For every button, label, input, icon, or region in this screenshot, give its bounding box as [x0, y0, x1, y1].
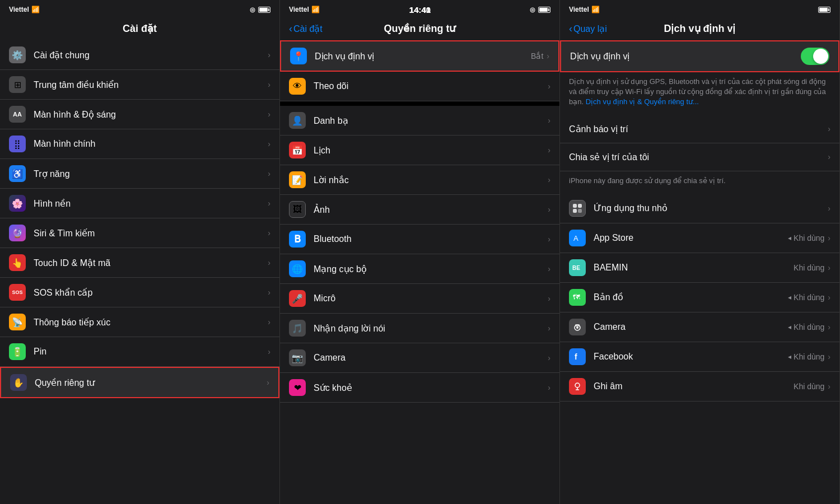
item-label: Mạng cục bộ: [314, 264, 548, 274]
privacy-item-camera[interactable]: 📷 Camera ›: [280, 343, 559, 373]
recorder-icon: [569, 378, 586, 395]
app-value: Khi dùng: [794, 234, 824, 242]
sidebar-item-cai-dat-chung[interactable]: ⚙️ Cài đặt chung ›: [0, 40, 279, 70]
battery-icon: 🔋: [9, 343, 26, 360]
time-3: 14:41: [409, 5, 431, 15]
item-label: Cài đặt chung: [34, 50, 268, 60]
location-toggle-row[interactable]: Dịch vụ định vị: [560, 40, 839, 72]
appstore-icon: A: [569, 230, 586, 246]
nav-header-2: ‹ Cài đặt Quyền riêng tư: [280, 18, 559, 40]
canh-bao-label: Cảnh báo vị trí: [569, 124, 828, 134]
sidebar-item-man-hinh-chinh[interactable]: ⣿ Màn hình chính ›: [0, 129, 279, 159]
app-camera[interactable]: Camera ◂ Khi dùng ›: [560, 312, 839, 342]
status-right-1: ◎: [250, 6, 270, 13]
status-left-3: Viettel 📶: [569, 6, 600, 13]
svg-rect-3: [578, 209, 582, 213]
location-icon-1: ◎: [250, 6, 255, 13]
status-bar-3: Viettel 📶 14:41: [560, 0, 839, 18]
nav-header-3: ‹ Quay lại Dịch vụ định vị: [560, 18, 839, 40]
item-label: Theo dõi: [314, 81, 548, 91]
location-toggle-switch[interactable]: [801, 48, 829, 65]
local-network-icon: 🌐: [289, 260, 306, 277]
sidebar-item-siri[interactable]: 🔮 Siri & Tìm kiếm ›: [0, 218, 279, 248]
sidebar-item-tro-nang[interactable]: ♿ Trợ năng ›: [0, 159, 279, 189]
app-facebook[interactable]: f Facebook ◂ Khi dùng ›: [560, 342, 839, 372]
privacy-item-bluetooth[interactable]: 𝖡 Bluetooth ›: [280, 225, 559, 254]
item-label: BAEMIN: [594, 263, 794, 273]
app-baemin[interactable]: BE BAEMIN Khi dùng ›: [560, 253, 839, 283]
item-label: Touch ID & Mật mã: [34, 258, 268, 268]
carrier-2: Viettel: [289, 6, 309, 13]
homescreen-icon: ⣿: [9, 136, 26, 152]
info-link[interactable]: Dịch vụ định vị & Quyền riêng tư...: [586, 97, 699, 106]
item-label: Màn hình & Độ sáng: [34, 109, 268, 120]
app-value: Khi dùng: [794, 323, 824, 332]
item-label: Ứng dụng thu nhỏ: [594, 203, 828, 213]
svg-text:A: A: [573, 234, 578, 242]
carrier-3: Viettel: [569, 6, 589, 13]
status-right-3: [818, 7, 830, 13]
accessibility-icon: ♿: [9, 165, 26, 182]
app-value: Khi dùng: [794, 382, 824, 391]
toggle-thumb: [813, 49, 828, 64]
status-left-2: Viettel 📶: [289, 6, 320, 13]
privacy-item-micro[interactable]: 🎤 Micrô ›: [280, 284, 559, 314]
chia-se-subtext: iPhone này đang được sử dụng để chia sẻ …: [560, 171, 839, 194]
back-button-2[interactable]: ‹ Cài đặt: [289, 23, 323, 35]
photos-icon: 🖼: [289, 201, 306, 218]
item-label: Bluetooth: [314, 234, 548, 244]
app-app-store[interactable]: A App Store ◂ Khi dùng ›: [560, 223, 839, 253]
app-ban-do[interactable]: 🗺 Bản đồ ◂ Khi dùng ›: [560, 283, 839, 312]
touchid-icon: 👆: [9, 254, 26, 271]
status-bar-1: Viettel 📶 14:40 ◎: [0, 0, 279, 18]
speech-recognition-icon: 🎵: [289, 320, 306, 337]
item-label: Micrô: [314, 293, 548, 304]
sidebar-item-man-hinh[interactable]: AA Màn hình & Độ sáng ›: [0, 100, 279, 129]
chia-se-label: Chia sẻ vị trí của tôi: [569, 152, 828, 162]
battery-2: [538, 7, 550, 13]
back-button-3[interactable]: ‹ Quay lại: [569, 23, 607, 35]
sidebar-item-hinh-nen[interactable]: 🌸 Hình nền ›: [0, 189, 279, 218]
app-ung-dung-thu-nho[interactable]: Ứng dụng thu nhỏ ›: [560, 194, 839, 223]
item-label: Nhận dạng lời nói: [314, 323, 548, 334]
location-info-text: Dịch vụ định vị sử dụng GPS, Bluetooth v…: [560, 72, 839, 115]
app-value: Khi dùng: [794, 352, 824, 361]
maps-icon: 🗺: [569, 289, 586, 306]
siri-icon: 🔮: [9, 225, 26, 241]
privacy-item-lich[interactable]: 📅 Lịch ›: [280, 136, 559, 165]
location-alert-row[interactable]: Cảnh báo vị trí ›: [560, 115, 839, 143]
app-ghi-am[interactable]: Ghi âm Khi dùng ›: [560, 372, 839, 402]
item-label: Pin: [34, 347, 268, 357]
settings-list-1: ⚙️ Cài đặt chung › ⊞ Trung tâm điều khiể…: [0, 40, 279, 504]
sidebar-item-thong-bao[interactable]: 📡 Thông báo tiếp xúc ›: [0, 307, 279, 337]
privacy-item-danh-ba[interactable]: 👤 Danh bạ ›: [280, 106, 559, 136]
privacy-item-location[interactable]: 📍 Dịch vụ định vị Bắt ›: [280, 40, 559, 72]
item-label: Ghi âm: [594, 381, 794, 391]
sidebar-item-sos[interactable]: SOS SOS khẩn cấp ›: [0, 278, 279, 307]
svg-rect-9: [575, 324, 580, 326]
privacy-item-suc-khoe[interactable]: ❤ Sức khoẻ ›: [280, 373, 559, 403]
location-arrow-icon-3: ◂: [788, 323, 791, 331]
share-location-row[interactable]: Chia sẻ vị trí của tôi ›: [560, 143, 839, 171]
panel-privacy: Viettel 📶 14:41 ◎ ‹ Cài đặt Quyền riêng …: [280, 0, 560, 504]
item-label: Dịch vụ định vị: [315, 51, 531, 62]
back-label-3: Quay lại: [573, 24, 607, 34]
location-services-icon: 📍: [290, 48, 307, 64]
privacy-item-nhan-dang[interactable]: 🎵 Nhận dạng lời nói ›: [280, 314, 559, 343]
privacy-list: 📍 Dịch vụ định vị Bắt › 👁 Theo dõi › 👤 D…: [280, 40, 559, 504]
privacy-item-loi-nhac[interactable]: 📝 Lời nhắc ›: [280, 165, 559, 195]
chevron-left-icon: ‹: [289, 23, 292, 35]
svg-point-8: [576, 326, 578, 329]
page-title-1: Cài đặt: [123, 22, 157, 35]
privacy-item-theo-doi[interactable]: 👁 Theo dõi ›: [280, 72, 559, 101]
wallpaper-icon: 🌸: [9, 195, 26, 212]
sidebar-item-trung-tam[interactable]: ⊞ Trung tâm điều khiển ›: [0, 70, 279, 100]
item-label: Facebook: [594, 352, 788, 362]
chevron-left-icon-3: ‹: [569, 23, 572, 35]
svg-point-11: [575, 383, 580, 388]
privacy-item-anh[interactable]: 🖼 Ảnh ›: [280, 195, 559, 225]
sidebar-item-pin[interactable]: 🔋 Pin ›: [0, 337, 279, 367]
sidebar-item-quyen-rieng-tu[interactable]: ✋ Quyền riêng tư ›: [0, 367, 279, 398]
privacy-item-mang-cuc-bo[interactable]: 🌐 Mạng cục bộ ›: [280, 254, 559, 284]
sidebar-item-touch-id[interactable]: 👆 Touch ID & Mật mã ›: [0, 248, 279, 278]
